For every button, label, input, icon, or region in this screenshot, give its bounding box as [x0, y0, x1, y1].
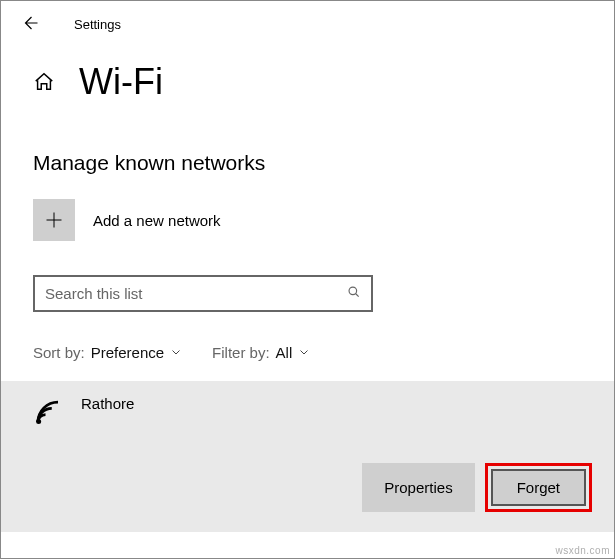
filter-value: All — [276, 344, 293, 361]
wifi-icon — [33, 397, 63, 431]
filter-row: Sort by: Preference Filter by: All — [1, 324, 614, 381]
search-wrap — [1, 251, 614, 324]
page-title: Wi-Fi — [79, 61, 163, 103]
home-icon[interactable] — [33, 71, 55, 93]
chevron-down-icon — [170, 344, 182, 361]
filter-label: Filter by: — [212, 344, 270, 361]
forget-button[interactable]: Forget — [491, 469, 586, 506]
search-box — [33, 275, 373, 312]
action-row: Properties Forget — [1, 453, 614, 532]
top-bar: Settings — [1, 1, 614, 47]
watermark: wsxdn.com — [555, 545, 610, 556]
back-arrow-icon[interactable] — [21, 14, 39, 35]
filter-by-dropdown[interactable]: Filter by: All — [212, 344, 310, 361]
sort-by-dropdown[interactable]: Sort by: Preference — [33, 344, 182, 361]
top-bar-title: Settings — [74, 17, 121, 32]
add-network-row[interactable]: Add a new network — [1, 189, 614, 251]
header-row: Wi-Fi — [1, 47, 614, 111]
properties-button[interactable]: Properties — [362, 463, 474, 512]
forget-highlight: Forget — [485, 463, 592, 512]
section-title: Manage known networks — [1, 111, 614, 189]
add-network-label: Add a new network — [93, 212, 221, 229]
sort-value: Preference — [91, 344, 164, 361]
network-name: Rathore — [81, 395, 134, 412]
search-input[interactable] — [35, 277, 371, 310]
sort-label: Sort by: — [33, 344, 85, 361]
chevron-down-icon — [298, 344, 310, 361]
svg-point-1 — [36, 419, 41, 424]
network-item[interactable]: Rathore — [1, 381, 614, 453]
plus-icon — [33, 199, 75, 241]
